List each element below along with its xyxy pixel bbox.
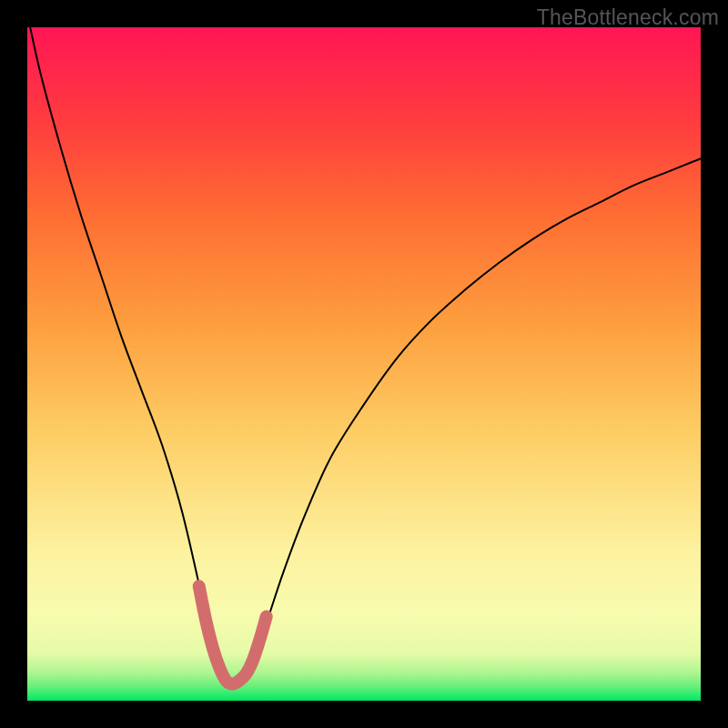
gradient-background [27, 27, 701, 701]
chart-svg [27, 27, 701, 701]
watermark-text: TheBottleneck.com [537, 5, 719, 30]
chart-container: TheBottleneck.com [0, 0, 728, 728]
plot-area [27, 27, 701, 701]
